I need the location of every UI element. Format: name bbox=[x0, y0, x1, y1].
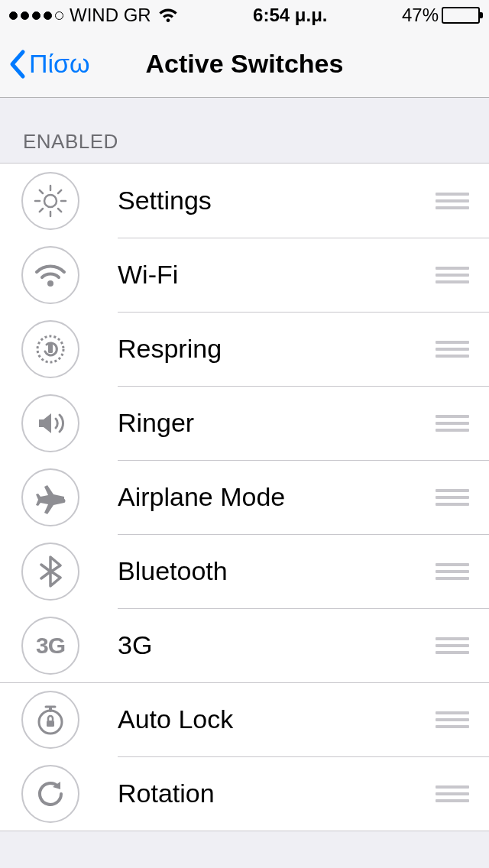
drag-handle-icon[interactable] bbox=[436, 711, 474, 728]
list-item-bluetooth[interactable]: Bluetooth bbox=[0, 534, 489, 608]
svg-point-0 bbox=[44, 195, 57, 207]
drag-handle-icon[interactable] bbox=[436, 785, 474, 802]
drag-handle-icon[interactable] bbox=[436, 341, 474, 358]
list-item-autolock[interactable]: Auto Lock bbox=[0, 682, 489, 756]
list-item-respring[interactable]: Respring bbox=[0, 312, 489, 386]
svg-line-5 bbox=[40, 189, 43, 193]
gear-icon bbox=[21, 172, 79, 230]
back-button[interactable]: Πίσω bbox=[0, 49, 90, 79]
status-time: 6:54 μ.μ. bbox=[253, 5, 327, 26]
nav-bar: Πίσω Active Switches bbox=[0, 31, 489, 98]
wifi-status-icon bbox=[157, 7, 179, 24]
row-label: Bluetooth bbox=[118, 556, 436, 586]
status-bar: WIND GR 6:54 μ.μ. 47% bbox=[0, 0, 489, 31]
status-right: 47% bbox=[402, 5, 480, 26]
drag-handle-icon[interactable] bbox=[436, 637, 474, 654]
wifi-icon bbox=[21, 246, 79, 304]
bluetooth-icon bbox=[21, 542, 79, 601]
row-label: Rotation bbox=[118, 779, 436, 808]
row-label: Ringer bbox=[118, 408, 436, 438]
row-label: 3G bbox=[118, 630, 436, 660]
3g-icon: 3G bbox=[21, 617, 79, 675]
row-label: Wi-Fi bbox=[118, 260, 436, 290]
stopwatch-lock-icon bbox=[21, 691, 79, 749]
svg-rect-11 bbox=[48, 344, 53, 353]
chevron-left-icon bbox=[8, 49, 26, 79]
row-label: Settings bbox=[118, 186, 436, 215]
carrier-label: WIND GR bbox=[70, 5, 151, 26]
battery-icon bbox=[442, 7, 480, 24]
switches-list: Settings Wi-Fi R bbox=[0, 163, 489, 831]
respring-icon bbox=[21, 320, 79, 378]
row-label: Respring bbox=[118, 334, 436, 364]
row-label: Auto Lock bbox=[118, 704, 436, 734]
list-item-rotation[interactable]: Rotation bbox=[0, 756, 489, 831]
rotation-icon bbox=[21, 765, 79, 823]
svg-line-8 bbox=[58, 189, 61, 193]
list-item-ringer[interactable]: Ringer bbox=[0, 386, 489, 460]
list-item-airplane[interactable]: Airplane Mode bbox=[0, 460, 489, 534]
signal-strength-icon bbox=[9, 11, 63, 20]
airplane-icon bbox=[21, 468, 79, 526]
drag-handle-icon[interactable] bbox=[436, 563, 474, 580]
svg-point-9 bbox=[47, 280, 53, 287]
svg-line-6 bbox=[58, 209, 61, 212]
svg-line-7 bbox=[40, 209, 43, 212]
drag-handle-icon[interactable] bbox=[436, 489, 474, 506]
drag-handle-icon[interactable] bbox=[436, 193, 474, 209]
back-label: Πίσω bbox=[29, 49, 90, 79]
svg-rect-15 bbox=[47, 721, 54, 727]
speaker-icon bbox=[21, 394, 79, 452]
list-item-3g[interactable]: 3G 3G bbox=[0, 608, 489, 682]
list-item-wifi[interactable]: Wi-Fi bbox=[0, 238, 489, 312]
battery-percent: 47% bbox=[402, 5, 439, 26]
drag-handle-icon[interactable] bbox=[436, 415, 474, 432]
row-label: Airplane Mode bbox=[118, 482, 436, 512]
list-item-settings[interactable]: Settings bbox=[0, 164, 489, 238]
drag-handle-icon[interactable] bbox=[436, 267, 474, 283]
status-left: WIND GR bbox=[9, 5, 179, 26]
section-header-enabled: ENABLED bbox=[0, 98, 489, 163]
battery-indicator: 47% bbox=[402, 5, 480, 26]
